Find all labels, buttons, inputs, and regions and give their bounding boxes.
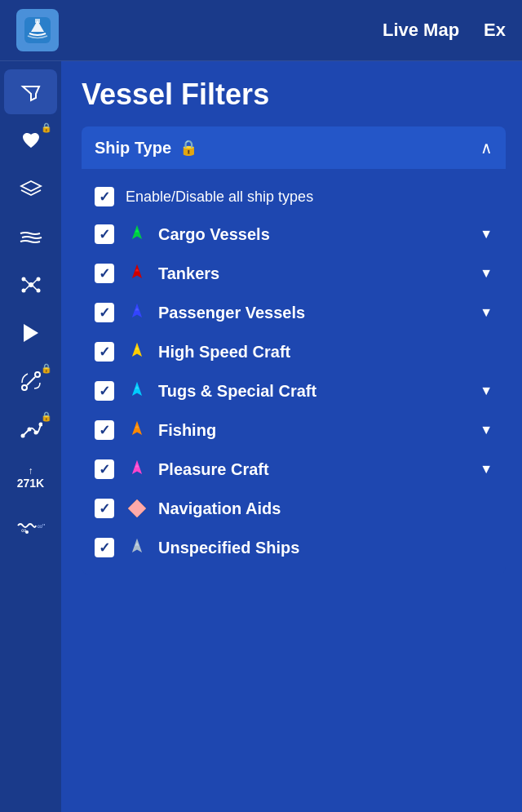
section-header-label: Ship Type 🔒 bbox=[95, 139, 197, 158]
sidebar-item-track[interactable]: 🔒 bbox=[4, 406, 57, 451]
sidebar-item-network[interactable] bbox=[4, 262, 57, 307]
checkbox-tankers[interactable] bbox=[95, 264, 114, 283]
highspeed-icon bbox=[126, 340, 148, 363]
fishing-icon bbox=[126, 419, 148, 441]
nav-live-map[interactable]: Live Map bbox=[383, 20, 459, 41]
sidebar-item-play[interactable] bbox=[4, 310, 57, 355]
cargo-dropdown-arrow[interactable]: ▼ bbox=[480, 227, 493, 242]
checkbox-fishing[interactable] bbox=[95, 420, 114, 440]
cargo-label: Cargo Vessels bbox=[158, 225, 473, 244]
pleasure-dropdown-arrow[interactable]: ▼ bbox=[480, 462, 493, 477]
count-arrow: ↑ bbox=[29, 465, 33, 477]
sidebar-item-filter[interactable] bbox=[4, 69, 57, 114]
checkbox-enable-all[interactable] bbox=[95, 187, 114, 206]
filter-list: Enable/Disable all ship types Cargo Vess… bbox=[82, 175, 506, 575]
app-logo[interactable] bbox=[16, 9, 59, 51]
checkbox-cargo[interactable] bbox=[95, 224, 114, 244]
sidebar-item-weather[interactable] bbox=[4, 214, 57, 259]
tugs-icon bbox=[126, 379, 148, 402]
filter-row-passenger[interactable]: Passenger Vessels ▼ bbox=[90, 293, 498, 332]
highspeed-label: High Speed Craft bbox=[158, 343, 493, 362]
checkbox-pleasure[interactable] bbox=[95, 459, 114, 479]
svg-line-14 bbox=[27, 377, 35, 385]
filter-row-pleasure[interactable]: Pleasure Craft ▼ bbox=[90, 450, 498, 489]
tankers-dropdown-arrow[interactable]: ▼ bbox=[480, 266, 493, 281]
navaid-label: Navigation Aids bbox=[158, 499, 493, 518]
enable-all-label: Enable/Disable all ship types bbox=[126, 189, 493, 206]
ship-type-header[interactable]: Ship Type 🔒 ∧ bbox=[82, 126, 506, 169]
checkbox-unspecified[interactable] bbox=[95, 538, 114, 557]
nav-explore[interactable]: Ex bbox=[484, 20, 506, 41]
passenger-label: Passenger Vessels bbox=[158, 304, 473, 322]
filter-row-cargo[interactable]: Cargo Vessels ▼ bbox=[90, 215, 498, 254]
svg-point-12 bbox=[22, 385, 27, 390]
filter-row-highspeed[interactable]: High Speed Craft bbox=[90, 332, 498, 371]
tugs-dropdown-arrow[interactable]: ▼ bbox=[480, 384, 493, 398]
sidebar-item-layers[interactable] bbox=[4, 166, 57, 211]
sidebar: 🔒 bbox=[0, 61, 61, 812]
section-lock-icon: 🔒 bbox=[179, 139, 197, 157]
checkbox-tugs[interactable] bbox=[95, 381, 114, 401]
passenger-dropdown-arrow[interactable]: ▼ bbox=[480, 305, 493, 320]
filter-row-enable-all[interactable]: Enable/Disable all ship types bbox=[90, 179, 498, 215]
tankers-icon bbox=[126, 262, 148, 285]
measure-lock: 🔒 bbox=[41, 363, 52, 374]
pleasure-label: Pleasure Craft bbox=[158, 460, 473, 479]
filter-row-navaid[interactable]: Navigation Aids bbox=[90, 489, 498, 528]
fishing-label: Fishing bbox=[158, 421, 473, 440]
track-lock: 🔒 bbox=[41, 411, 52, 422]
svg-line-10 bbox=[25, 286, 29, 290]
content-area: Vessel Filters Ship Type 🔒 ∧ Enable/Disa… bbox=[61, 61, 522, 812]
filter-panel: Ship Type 🔒 ∧ Enable/Disable all ship ty… bbox=[82, 126, 506, 575]
svg-line-9 bbox=[33, 280, 37, 284]
svg-text:∞: ∞ bbox=[21, 526, 26, 534]
vessel-count-display: ↑ 271K bbox=[17, 465, 44, 490]
filter-row-tugs[interactable]: Tugs & Special Craft ▼ bbox=[90, 371, 498, 410]
sidebar-item-favorites[interactable]: 🔒 bbox=[4, 118, 57, 162]
svg-point-13 bbox=[35, 372, 40, 377]
cargo-icon bbox=[126, 223, 148, 246]
section-chevron-icon[interactable]: ∧ bbox=[480, 138, 493, 158]
filter-row-fishing[interactable]: Fishing ▼ bbox=[90, 410, 498, 450]
sidebar-item-count: ↑ 271K bbox=[4, 455, 57, 499]
unspecified-label: Unspecified Ships bbox=[158, 539, 493, 557]
count-value: 271K bbox=[17, 477, 44, 490]
svg-line-11 bbox=[33, 286, 37, 290]
top-nav: Live Map Ex bbox=[0, 0, 522, 61]
checkbox-highspeed[interactable] bbox=[95, 342, 114, 362]
navaid-icon bbox=[126, 497, 148, 520]
unspecified-icon bbox=[126, 536, 148, 559]
svg-rect-1 bbox=[35, 19, 40, 23]
pleasure-icon bbox=[126, 458, 148, 481]
tugs-label: Tugs & Special Craft bbox=[158, 382, 473, 401]
filter-row-tankers[interactable]: Tankers ▼ bbox=[90, 254, 498, 293]
checkbox-navaid[interactable] bbox=[95, 499, 114, 518]
fishing-dropdown-arrow[interactable]: ▼ bbox=[480, 423, 493, 437]
main-body: 🔒 bbox=[0, 61, 522, 812]
tankers-label: Tankers bbox=[158, 264, 473, 283]
sidebar-item-measure[interactable]: 🔒 bbox=[4, 358, 57, 403]
passenger-icon bbox=[126, 301, 148, 324]
sidebar-item-settings[interactable]: ∞ ∞" bbox=[4, 503, 57, 548]
nav-links: Live Map Ex bbox=[383, 20, 506, 41]
page-title: Vessel Filters bbox=[82, 78, 506, 112]
checkbox-passenger[interactable] bbox=[95, 303, 114, 322]
filter-row-unspecified[interactable]: Unspecified Ships bbox=[90, 528, 498, 567]
section-title: Ship Type bbox=[95, 139, 171, 158]
favorites-lock: 🔒 bbox=[41, 122, 52, 133]
svg-line-8 bbox=[25, 280, 29, 284]
